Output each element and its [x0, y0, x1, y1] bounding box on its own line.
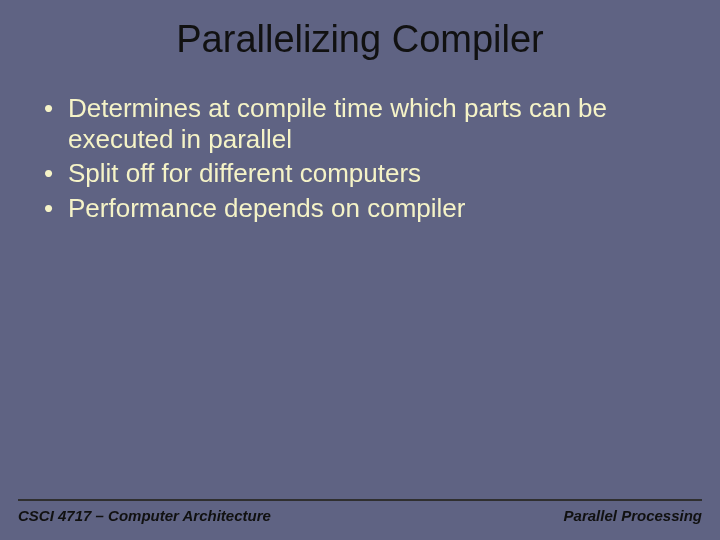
bullet-item: Performance depends on compiler	[44, 193, 692, 224]
slide: Parallelizing Compiler Determines at com…	[0, 0, 720, 540]
bullet-list: Determines at compile time which parts c…	[28, 93, 692, 224]
footer-row: CSCI 4717 – Computer Architecture Parall…	[18, 507, 702, 524]
footer-left: CSCI 4717 – Computer Architecture	[18, 507, 271, 524]
bullet-item: Split off for different computers	[44, 158, 692, 189]
footer: CSCI 4717 – Computer Architecture Parall…	[18, 499, 702, 524]
slide-title: Parallelizing Compiler	[28, 18, 692, 61]
footer-right: Parallel Processing	[564, 507, 702, 524]
footer-divider	[18, 499, 702, 501]
bullet-item: Determines at compile time which parts c…	[44, 93, 692, 154]
